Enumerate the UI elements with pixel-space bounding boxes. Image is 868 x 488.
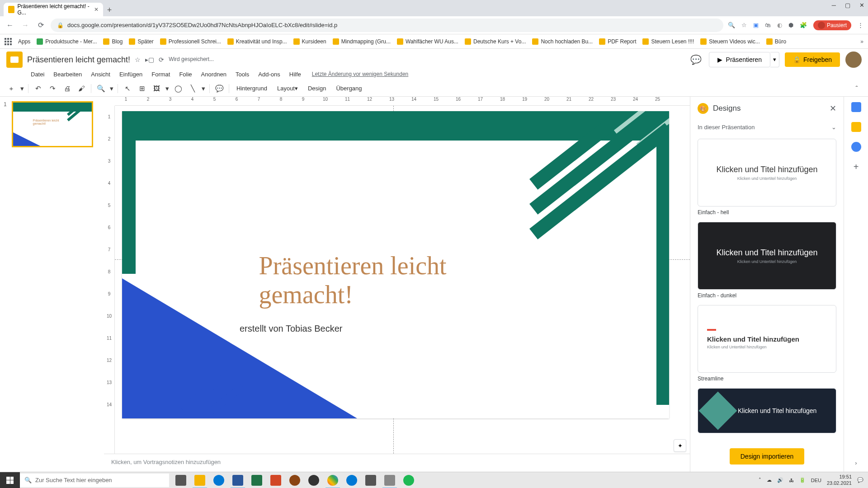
menu-ansicht[interactable]: Ansicht [87,69,114,80]
bookmark-item[interactable]: Deutsche Kurs + Vo... [465,38,526,45]
bookmark-item[interactable]: Später [129,38,153,45]
new-slide-button[interactable]: + [5,82,18,95]
extension-icon-4[interactable]: ⬢ [788,22,793,28]
onedrive-icon[interactable]: ☁ [767,477,772,483]
add-addon-button[interactable]: + [854,162,859,172]
present-button[interactable]: ▶ Präsentieren [709,52,770,67]
minimize-icon[interactable]: ─ [832,2,836,9]
new-tab-button[interactable]: + [103,4,116,16]
comment-tool[interactable]: 💬 [212,82,226,95]
design-card-light[interactable]: Klicken und Titel hinzufügen Klicken und… [698,139,836,206]
document-title[interactable]: Präsentieren leicht gemacht! [27,55,130,65]
undo-button[interactable]: ↶ [31,82,45,95]
design-button[interactable]: Design [303,82,330,95]
start-button[interactable] [0,472,20,488]
bookmark-item[interactable]: Apps [18,38,30,45]
shape-tool[interactable]: ◯ [171,82,185,95]
new-slide-dropdown[interactable]: ▾ [19,82,25,95]
bookmark-item[interactable]: Wahlfächer WU Aus... [397,38,458,45]
slide-canvas[interactable]: Präsentieren leicht gemacht! erstellt vo… [122,111,669,418]
bookmark-item[interactable]: PDF Report [599,38,636,45]
menu-tools[interactable]: Tools [232,69,253,80]
bookmark-item[interactable]: Noch hochladen Bu... [532,38,593,45]
slides-logo-icon[interactable] [6,52,23,68]
bookmark-item[interactable]: Blog [103,38,123,45]
collapse-toolbar-icon[interactable]: ˆ [850,82,863,95]
design-card-streamline[interactable]: Klicken und Titel hinzufügen Klicken und… [698,305,836,373]
zoom-dropdown[interactable]: ▾ [108,82,115,95]
extension-icon-3[interactable]: ◐ [777,22,782,28]
address-bar[interactable]: 🔒 docs.google.com/presentation/d/1yV372S… [51,19,723,32]
bookmark-item[interactable]: Professionell Schrei... [160,38,221,45]
task-view-icon[interactable] [172,472,190,488]
close-window-icon[interactable]: ✕ [859,2,864,9]
star-icon[interactable]: ☆ [741,22,747,28]
menu-format[interactable]: Format [148,69,174,80]
clock[interactable]: 19:51 23.02.2021 [827,474,852,486]
battery-icon[interactable]: 🔋 [799,477,806,483]
slide-subtitle-text[interactable]: erstellt von Tobias Becker [240,324,343,334]
obs-icon[interactable] [305,472,323,488]
keep-icon[interactable] [851,122,861,132]
present-dropdown[interactable]: ▾ [770,52,779,67]
last-edit-link[interactable]: Letzte Änderung vor wenigen Sekunden [312,71,409,77]
apps-icon[interactable] [5,38,12,45]
collapse-rail-icon[interactable]: › [855,460,857,466]
line-tool[interactable]: ╲ [186,82,199,95]
slide-title-text[interactable]: Präsentieren leicht gemacht! [259,251,533,309]
comments-button[interactable]: 💬 [689,52,703,67]
explore-button[interactable]: ✦ [674,439,686,452]
zoom-icon[interactable]: 🔍 [728,22,735,28]
taskbar-search[interactable]: 🔍 Zur Suche Text hier eingeben [20,474,169,487]
slide-thumbnail[interactable]: Präsentieren leicht gemacht! [12,101,93,147]
bookmark-item[interactable]: Steuern Lesen !!!! [642,38,694,45]
tray-chevron-icon[interactable]: ˄ [759,477,761,483]
print-button[interactable]: 🖨 [60,82,74,95]
select-tool[interactable]: ↖ [121,82,134,95]
chrome-menu-icon[interactable]: ⋮ [858,22,863,28]
extension-icon-2[interactable]: 🛍 [765,22,771,28]
bookmark-overflow-icon[interactable]: » [860,38,863,45]
bookmark-item[interactable]: Produktsuche - Mer... [37,38,97,45]
app-icon[interactable] [286,472,304,488]
excel-icon[interactable] [248,472,266,488]
layout-button[interactable]: Layout ▾ [273,82,302,95]
design-card-dark[interactable]: Klicken und Titel hinzufügen Klicken und… [698,222,836,290]
background-button[interactable]: Hintergrund [232,82,272,95]
word-icon[interactable] [229,472,247,488]
close-tab-icon[interactable]: ✕ [94,6,99,13]
menu-einfuegen[interactable]: Einfügen [116,69,146,80]
edge-icon[interactable] [210,472,228,488]
edge-new-icon[interactable] [343,472,361,488]
bookmark-item[interactable]: Kursideen [293,38,326,45]
app-icon-2[interactable] [362,472,380,488]
zoom-button[interactable]: 🔍 [94,82,108,95]
profile-button[interactable]: Pausiert [813,20,851,30]
redo-button[interactable]: ↷ [46,82,59,95]
move-icon[interactable]: ▸▢ [145,56,154,63]
image-dropdown[interactable]: ▾ [164,82,170,95]
extensions-puzzle-icon[interactable]: 🧩 [800,22,807,28]
menu-folie[interactable]: Folie [175,69,195,80]
extension-icon[interactable]: ▣ [753,22,759,28]
app-icon-3[interactable] [381,472,399,488]
bookmark-item[interactable]: Steuern Videos wic... [700,38,760,45]
language-indicator[interactable]: DEU [811,478,821,483]
maximize-icon[interactable]: ▢ [845,2,850,9]
menu-bearbeiten[interactable]: Bearbeiten [50,69,85,80]
notifications-icon[interactable]: 💬 [857,477,863,483]
transition-button[interactable]: Übergang [331,82,366,95]
menu-anordnen[interactable]: Anordnen [198,69,230,80]
menu-hilfe[interactable]: Hilfe [286,69,305,80]
explorer-icon[interactable] [191,472,209,488]
chrome-icon[interactable] [324,472,342,488]
bookmark-item[interactable]: Mindmapping (Gru... [333,38,391,45]
design-card-focus[interactable]: Klicken und Titel hinzufügen [698,388,836,433]
calendar-icon[interactable] [851,102,861,112]
panel-section-toggle[interactable]: In dieser Präsentation ⌄ [690,120,844,134]
back-button[interactable]: ← [5,20,15,31]
image-tool[interactable]: 🖼 [150,82,163,95]
powerpoint-icon[interactable] [267,472,285,488]
paint-format-button[interactable]: 🖌 [75,82,88,95]
share-button[interactable]: 🔒 Freigeben [785,52,840,67]
